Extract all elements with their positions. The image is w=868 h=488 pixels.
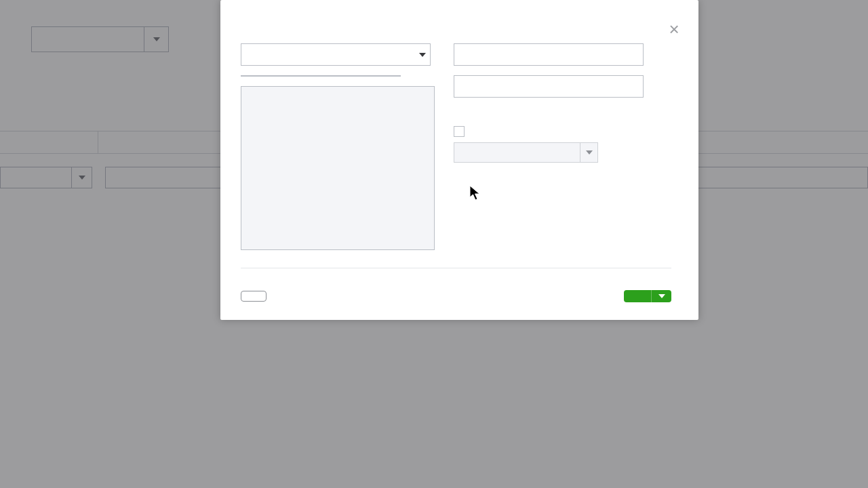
- category-type-select[interactable]: [241, 43, 431, 66]
- chevron-down-icon: [415, 53, 430, 57]
- description-input[interactable]: [454, 75, 644, 98]
- close-icon[interactable]: ×: [666, 20, 682, 37]
- account-modal: ×: [220, 0, 698, 320]
- help-text-panel: [241, 86, 435, 250]
- divider: [241, 268, 671, 268]
- detail-type-list[interactable]: [241, 75, 401, 77]
- save-dropdown-button[interactable]: [651, 290, 671, 302]
- cancel-button[interactable]: [241, 291, 267, 302]
- save-and-close-button[interactable]: [624, 290, 651, 302]
- name-input[interactable]: [454, 43, 644, 66]
- chevron-down-icon: [580, 143, 597, 162]
- is-sub-account-checkbox[interactable]: [454, 126, 465, 137]
- parent-account-select[interactable]: [454, 142, 598, 163]
